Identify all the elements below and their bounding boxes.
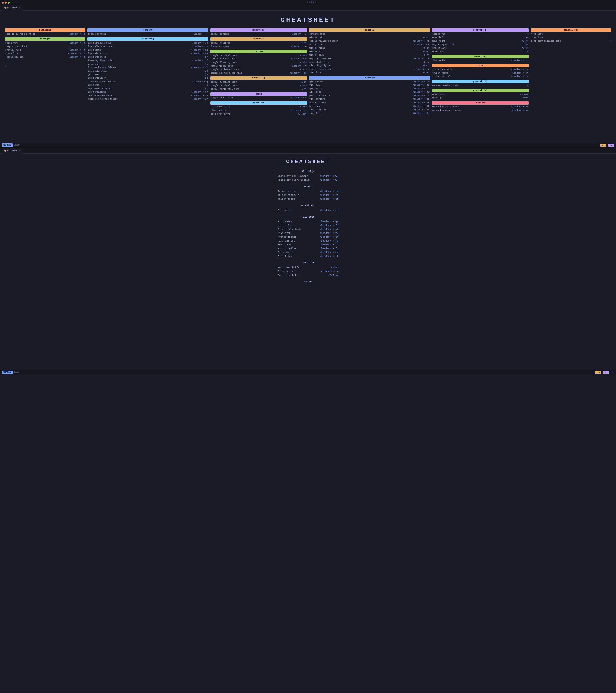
section2-whichkey: WhichKey Which-key all keymaps <leader> … <box>277 170 339 182</box>
status-bot-2: Bot <box>603 371 609 374</box>
row-lsp-16: remove workspace folder <leader> + wr <box>87 97 208 101</box>
section2-telescope: Telescope Git status <leader> + gt Find … <box>277 215 339 258</box>
row-tree-0: find media <leader> + cu <box>432 59 529 63</box>
section-header-general-t: general (t) <box>432 80 529 83</box>
row2-truz-2: Truzen focus <leader> + tf <box>277 197 339 201</box>
section-comment: comment toggle comment <leader> + / <box>87 28 208 36</box>
section-header-nvimtree: nvimtree <box>210 37 307 41</box>
row-gen-3: new buffer <leader> + b <box>309 43 430 47</box>
row2-tel-9: Find files <leader> + ff <box>277 255 339 258</box>
row-gitsigns-3: Blame line <leader> + gb <box>5 52 85 56</box>
row-gen-7: Mapping cheatsheet <leader> + ch <box>309 57 430 61</box>
row-lsp-0: lsp signature_help <leader> + ls <box>87 41 208 45</box>
window-chrome-1: No Name <box>0 0 616 5</box>
section-whichkey: whichkey which-key all keymaps <leader> … <box>432 101 529 112</box>
tab-close-icon[interactable]: × <box>19 6 20 9</box>
col-4: general command mode ; window left <C-h>… <box>309 28 430 117</box>
row2-tel-5: Find buffers <leader> + fb <box>277 239 339 243</box>
row-gi-5: move down <C-j> <box>432 50 529 54</box>
row-lsp-14: lsp formatting <leader> + fm <box>87 91 208 94</box>
row-tel-9: find files <leader> + ff <box>309 112 430 115</box>
row-lsp-9: goto_next ]e <box>87 73 208 77</box>
row2-truz-0: Truzen minimal <leader> + tm <box>277 190 339 194</box>
status-bar-1: NORMAL Empty sid Bot <box>0 143 616 147</box>
section2-header-telescope: Telescope <box>277 215 339 219</box>
row-tab-2: goto prev buffer <S-Tab> <box>210 112 307 116</box>
pane2-title: CHEATSHEET <box>5 158 611 166</box>
section-general-x: general (x) move left ; move down p dont… <box>531 28 611 43</box>
maximize-button[interactable] <box>8 2 9 4</box>
row-shade-0: toggle shade.nvim <leader> + s <box>210 96 307 100</box>
row-tab-0: goto next buffer <TAB> <box>210 105 307 109</box>
row-gen-2: toggle relative number <leader> + rn <box>309 39 430 43</box>
col-6: general (x) move left ; move down p dont… <box>531 28 611 117</box>
row-lsp-15: add workspace folder <leader> + wa <box>87 94 208 98</box>
row-gv-0: move down <Down> <box>432 93 529 97</box>
close-button[interactable] <box>2 2 4 4</box>
status-percent: 27% <box>611 371 614 374</box>
section-lspconfig: lspconfig lsp signature_help <leader> + … <box>87 37 208 101</box>
row-lsp-12: lsp hover K <box>87 83 208 87</box>
status-right-1: sid Bot <box>600 144 614 147</box>
row-lsp-4: lsp references gr <box>87 55 208 59</box>
row2-tree-0: Find media <leader> + cu <box>277 209 339 213</box>
row-nvt-1: focus nvimtree <leader> + e <box>210 45 307 48</box>
section-header-general-v: general (v) <box>432 89 529 93</box>
row-ntermt-1: toggle vertical term <A-v> <box>210 84 307 87</box>
col-5: general (i) escape vim jk move left <C-b… <box>432 28 529 117</box>
row-gen-11: save file <C-s> <box>309 71 430 75</box>
row-gi-1: move left <C-b> <box>432 36 529 39</box>
row-gen-1: window left <C-h> <box>309 36 430 39</box>
tab-close-icon-2[interactable]: × <box>19 149 20 152</box>
row-nterm-4: toggle horizontal term <A-h> <box>210 68 307 72</box>
pane2-content: WhichKey Which-key all keymaps <leader> … <box>274 170 342 284</box>
section-header-whichkey: whichkey <box>432 101 529 105</box>
status-file: Empty <box>14 144 20 147</box>
row-cv-0: toggle comment <leader> + / <box>210 33 307 36</box>
row2-tel-7: Find oldFiles <leader> + fo <box>277 247 339 251</box>
pane1-title: CHEATSHEET <box>5 15 611 25</box>
row-tel-6: nvchad themes <leader> + th <box>309 101 430 105</box>
row-gen-5: window up <C-k> <box>309 50 430 54</box>
pane-2: CHEATSHEET WhichKey Which-key all keymap… <box>0 154 616 370</box>
tab-item-1[interactable]: No Name × <box>2 5 22 11</box>
row-tel-8: find oldFiles <leader> + fo <box>309 108 430 112</box>
row2-tel-1: Find all <leader> + fa <box>277 224 339 227</box>
tab-label: No Name <box>7 6 17 9</box>
row-tab-1: close buffer <leader> + x <box>210 109 307 112</box>
row-ntermt-0: toggle floating term <A-i> <box>210 80 307 84</box>
row-gx-0: move left ; <box>531 33 611 36</box>
row-lsp-3: lsp code_action <leader> + ca <box>87 52 208 56</box>
row-gen-4: window right <C-l> <box>309 46 430 50</box>
section-treesitter: treesitter find media <leader> + cu <box>432 55 529 62</box>
row-gitsigns-4: Toggle deleted <leader> + td <box>5 55 85 59</box>
section2-header-treesitter: Treesitter <box>277 203 339 208</box>
row-nterm-2: toggle floating term <A-i> <box>210 61 307 64</box>
row-gi-3: beginning of line <C-a> <box>432 43 529 47</box>
col-3: comment (v) toggle comment <leader> + / … <box>210 28 307 117</box>
minimize-button[interactable] <box>5 2 7 4</box>
tab-bar-1: No Name × <box>0 5 616 11</box>
tab-bar-2: No Name × <box>0 148 616 154</box>
row2-truz-1: Truzen ataraxis <leader> + ta <box>277 194 339 197</box>
cursor-line: - <box>5 65 85 68</box>
row-gen-8: copy whole file <C-c> <box>309 61 430 64</box>
section2-truzen: Truzen Truzen minimal <leader> + tm Truz… <box>277 184 339 201</box>
row-comment-0: toggle comment <leader> + / <box>87 33 208 36</box>
row-blankline-0: Jump to current_context <leader> + cc <box>5 33 85 36</box>
section-comment-v: comment (v) toggle comment <leader> + / <box>210 28 307 36</box>
section-nvimtree: nvimtree toggle nvimtree <C-n> focus nvi… <box>210 37 307 48</box>
columns-container: blankline Jump to current_context <leade… <box>5 28 611 117</box>
section-header-truzen: truzen <box>432 64 529 67</box>
row-gen-6: window down <C-j> <box>309 54 430 57</box>
row2-tel-4: Nvchad themes <leader> + th <box>277 235 339 239</box>
section-telescope: telescope git commits <leader> + cm find… <box>309 76 430 115</box>
row2-wk-1: Which-key query lookup <leader> + wk <box>277 178 339 182</box>
col-2: comment toggle comment <leader> + / lspc… <box>87 28 208 117</box>
row-gen-0: command mode ; <box>309 33 430 36</box>
row-gt-0: escape terminal mode <C-x> <box>432 84 529 87</box>
tab-item-2[interactable]: No Name × <box>2 148 22 154</box>
row-lsp-2: lsp rename <leader> + ra <box>87 48 208 52</box>
row2-tab-1: Close buffer <leader> + x <box>277 270 339 274</box>
status-file-2: Empty <box>14 371 20 374</box>
